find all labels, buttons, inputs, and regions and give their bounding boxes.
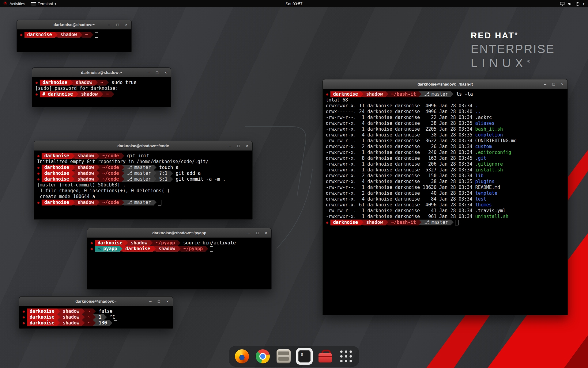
terminal-text: git init: [124, 153, 149, 159]
redhat-icon: ●: [22, 314, 27, 320]
powerline-arrow: [122, 200, 124, 205]
terminal-text: lib: [475, 173, 484, 179]
terminal-text: ..: [475, 109, 481, 115]
prompt-segment-path: ~/code: [100, 200, 122, 205]
powerline-arrow: [178, 246, 181, 251]
powerline-arrow: [82, 314, 85, 320]
terminal-line: Initialized empty Git repository in /hom…: [37, 159, 249, 165]
terminal-text: touch a: [156, 165, 179, 171]
app-menu[interactable]: Terminal ▾: [28, 0, 59, 7]
powerline-arrow: [97, 165, 100, 170]
minimize-button[interactable]: –: [543, 82, 547, 86]
redhat-brand-text: RED HAT® ENTERPRISE LINUX®: [471, 31, 555, 70]
power-icon: [575, 2, 580, 6]
maximize-button[interactable]: □: [155, 71, 159, 75]
terminal-content[interactable]: ●darknoiseshadow~/pyapp source bin/activ…: [87, 238, 271, 289]
powerline-arrow: [72, 171, 75, 176]
window-titlebar[interactable]: darknoise@shadow:~/bash-it – □ ×: [323, 79, 567, 89]
powerline-arrow: [97, 153, 100, 159]
prompt-segment-path: ~/code: [100, 153, 122, 159]
terminal-text: drwxrwxr-x. 4 darknoise darknoise 38 Jan…: [326, 179, 475, 185]
prompt-segment-host: shadow: [156, 246, 178, 252]
terminal-window-1: darknoise@shadow:~ – □ × ●darknoiseshado…: [17, 20, 132, 52]
terminal-content[interactable]: ●darknoiseshadow~: [17, 29, 131, 52]
terminal-text: plugins: [475, 179, 495, 185]
minimize-button[interactable]: –: [107, 23, 111, 27]
terminal-text: -rwxrwxr-x. 1 darknoise darknoise 240 Ja…: [326, 150, 475, 155]
terminal-line: [master (root-commit) 50bcb63] .: [37, 182, 249, 188]
powerline-arrow: [122, 153, 124, 159]
window-titlebar[interactable]: darknoise@shadow:~ – □ ×: [19, 297, 173, 306]
maximize-button[interactable]: □: [255, 231, 260, 235]
terminal-line: -rwxrwxr-x. 1 darknoise darknoise 2205 J…: [326, 126, 564, 132]
redhat-logo-icon: [3, 1, 8, 6]
terminal-text: -rwxrwxr-x. 1 darknoise darknoise 961 Ja…: [326, 214, 475, 220]
powerline-arrow: [72, 165, 75, 170]
powerline-arrow: [170, 176, 173, 182]
close-button[interactable]: ×: [165, 299, 170, 303]
prompt-segment-path: ~/bash-it: [388, 220, 419, 225]
terminal-content[interactable]: ●darknoiseshadow~/bash-it⎇master ls -lat…: [323, 89, 567, 315]
terminal-content[interactable]: ●darknoiseshadow~ false●darknoiseshadow~…: [19, 306, 173, 328]
terminal-text: drwxrwxr-x. 2 darknoise darknoise 40 Jan…: [326, 190, 475, 196]
powerline-arrow: [97, 171, 100, 176]
minimize-button[interactable]: –: [146, 71, 151, 75]
powerline-arrow: [97, 176, 100, 182]
terminal-line: ●darknoiseshadow~/pyapp source bin/activ…: [90, 240, 268, 246]
terminal-icon[interactable]: [296, 348, 313, 365]
terminal-text: .git: [475, 155, 486, 161]
maximize-button[interactable]: □: [115, 23, 120, 27]
registered-mark: ®: [527, 59, 530, 64]
maximize-button[interactable]: □: [236, 144, 241, 148]
terminal-line: -rwxrwxr-x. 1 darknoise darknoise 961 Ja…: [326, 214, 564, 220]
clock[interactable]: Sat 03:57: [285, 2, 303, 6]
terminal-line: -rwxrwxr-x. 1 darknoise darknoise 240 Ja…: [326, 150, 564, 155]
prompt-segment-host: shadow: [75, 200, 97, 205]
files-icon[interactable]: [275, 348, 292, 365]
redhat-icon: ●: [326, 220, 330, 225]
prompt-segment-path: ~: [98, 80, 106, 86]
terminal-text: -rw-rw-r--. 1 darknoise darknoise 22 Jan…: [326, 115, 475, 121]
volume-icon: [567, 2, 572, 6]
maximize-button[interactable]: □: [157, 299, 161, 303]
powerline-arrow: [104, 314, 107, 320]
prompt-segment-status: 1: [96, 314, 104, 320]
close-button[interactable]: ×: [245, 144, 249, 148]
wallpaper-line-art: [277, 169, 312, 248]
close-button[interactable]: ×: [164, 71, 168, 75]
window-titlebar[interactable]: darknoise@shadow:~ – □ ×: [17, 20, 131, 29]
close-button[interactable]: ×: [560, 82, 564, 86]
minimize-button[interactable]: –: [228, 144, 232, 148]
terminal-line: drwxrwxr-x. 4 darknoise darknoise 38 Jan…: [326, 121, 564, 126]
prompt-segment-host: shadow: [60, 320, 82, 326]
app-grid-icon[interactable]: [338, 348, 354, 365]
powerline-arrow: [419, 220, 421, 225]
activities-label: Activities: [9, 2, 25, 6]
prompt-segment-user: darknoise: [42, 153, 72, 159]
close-button[interactable]: ×: [264, 231, 268, 235]
minimize-button[interactable]: –: [148, 299, 153, 303]
brand-line-linux: LINUX®: [471, 56, 555, 70]
prompt-segment-venv: ∿pyapp: [95, 246, 120, 252]
window-title: darknoise@shadow:~: [81, 70, 122, 75]
activities-button[interactable]: Activities: [0, 0, 28, 7]
redhat-icon: ●: [37, 153, 42, 159]
powerline-arrow: [122, 176, 124, 182]
minimize-button[interactable]: –: [247, 231, 251, 235]
toolbox-icon[interactable]: [317, 348, 334, 365]
system-menu[interactable]: ▾: [556, 0, 588, 7]
firefox-icon[interactable]: [234, 348, 250, 365]
maximize-button[interactable]: □: [552, 82, 556, 86]
powerline-arrow: [57, 314, 60, 320]
window-titlebar[interactable]: darknoise@shadow:~/code – □ ×: [34, 141, 252, 151]
terminal-content[interactable]: ●darknoiseshadow~ sudo true[sudo] passwo…: [32, 77, 171, 107]
terminal-content[interactable]: ●darknoiseshadow~/code git initInitializ…: [34, 151, 252, 219]
terminal-window-2: darknoise@shadow:~ – □ × ●darknoiseshado…: [32, 67, 171, 107]
prompt-segment-user: darknoise: [27, 320, 57, 326]
redhat-icon: ●: [37, 171, 42, 176]
window-titlebar[interactable]: darknoise@shadow:~ – □ ×: [32, 68, 171, 77]
chrome-icon[interactable]: [254, 348, 271, 365]
window-titlebar[interactable]: darknoise@shadow:~/pyapp – □ ×: [87, 228, 271, 238]
close-button[interactable]: ×: [124, 23, 128, 27]
prompt-segment-path: ~/code: [100, 176, 122, 182]
